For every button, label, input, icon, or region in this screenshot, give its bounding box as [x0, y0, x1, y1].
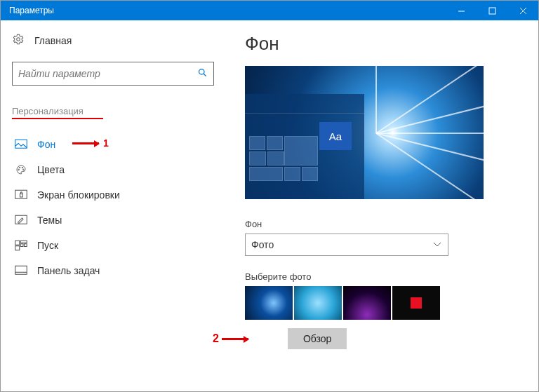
- svg-rect-1: [489, 8, 495, 14]
- dropdown-value: Фото: [251, 239, 274, 250]
- nav-item-themes[interactable]: Темы: [12, 208, 214, 233]
- nav-label: Пуск: [37, 240, 58, 251]
- annotation-2: 2: [213, 332, 248, 345]
- gear-icon: [12, 33, 25, 48]
- chevron-down-icon: [432, 239, 442, 250]
- svg-line-6: [204, 74, 206, 76]
- main-panel: Фон Aa Фон Фото Выберите фото: [225, 20, 538, 391]
- nav-label: Темы: [37, 215, 62, 226]
- arrow-icon: [222, 338, 248, 340]
- search-input[interactable]: [18, 68, 197, 79]
- background-preview: Aa: [245, 66, 484, 199]
- search-icon: [197, 67, 208, 80]
- nav-item-taskbar[interactable]: Панель задач: [12, 258, 214, 283]
- photo-thumb-4[interactable]: [392, 286, 440, 320]
- browse-button[interactable]: Обзор: [288, 328, 347, 349]
- svg-point-8: [18, 169, 20, 170]
- svg-point-9: [19, 167, 20, 168]
- nav-item-background[interactable]: Фон 1: [12, 132, 214, 157]
- svg-rect-14: [15, 215, 27, 224]
- nav-item-start[interactable]: Пуск: [12, 233, 214, 258]
- window-controls: [446, 1, 538, 20]
- svg-rect-7: [15, 140, 27, 148]
- bg-type-label: Фон: [245, 219, 521, 229]
- photo-thumb-1[interactable]: [245, 286, 293, 320]
- svg-rect-17: [20, 244, 23, 247]
- titlebar: Параметры: [1, 1, 538, 20]
- nav-label: Фон: [37, 139, 55, 150]
- background-type-dropdown[interactable]: Фото: [245, 234, 448, 256]
- svg-point-10: [22, 167, 23, 168]
- svg-point-11: [23, 169, 25, 170]
- svg-rect-18: [25, 244, 27, 247]
- nav-label: Экран блокировки: [37, 189, 120, 201]
- content: Главная Персонализация Фон 1 Цвета Экран…: [1, 20, 538, 391]
- svg-point-4: [17, 38, 20, 41]
- svg-rect-19: [15, 246, 20, 250]
- sample-text-tile: Aa: [319, 122, 352, 150]
- section-label: Персонализация: [12, 106, 84, 116]
- close-button[interactable]: [507, 1, 538, 20]
- photo-thumb-3[interactable]: [343, 286, 391, 320]
- svg-rect-15: [15, 241, 20, 245]
- annotation-1: 1: [72, 137, 109, 149]
- preview-overlay: Aa: [245, 94, 364, 199]
- minimize-button[interactable]: [446, 1, 477, 20]
- nav-label: Цвета: [37, 164, 65, 175]
- sidebar: Главная Персонализация Фон 1 Цвета Экран…: [1, 20, 225, 391]
- window-title: Параметры: [1, 6, 54, 15]
- choose-photo-label: Выберите фото: [245, 271, 521, 282]
- arrow-icon: [72, 142, 99, 144]
- page-title: Фон: [245, 33, 521, 55]
- annotation-underline: [12, 118, 103, 119]
- nav-item-colors[interactable]: Цвета: [12, 157, 214, 182]
- nav-label: Панель задач: [37, 265, 100, 276]
- maximize-button[interactable]: [477, 1, 507, 20]
- photo-thumb-2[interactable]: [294, 286, 342, 320]
- search-box[interactable]: [12, 62, 214, 86]
- svg-rect-13: [20, 194, 23, 198]
- svg-rect-20: [15, 266, 27, 274]
- photo-thumbnails: [245, 286, 521, 320]
- svg-point-5: [199, 69, 205, 75]
- home-label: Главная: [34, 35, 72, 46]
- home-link[interactable]: Главная: [12, 33, 214, 48]
- svg-rect-16: [20, 241, 27, 243]
- nav-item-lockscreen[interactable]: Экран блокировки: [12, 182, 214, 208]
